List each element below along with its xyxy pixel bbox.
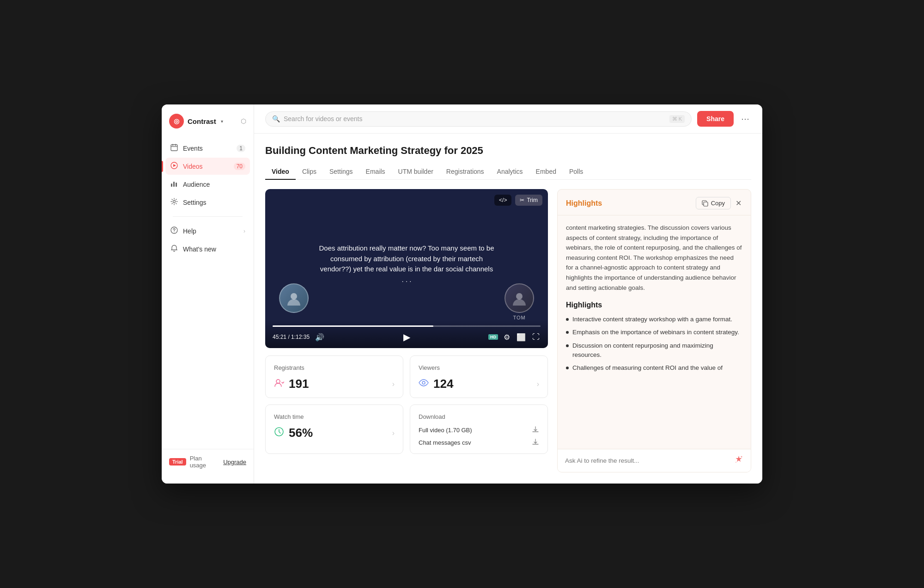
registrants-icon	[274, 378, 284, 390]
tab-embed[interactable]: Embed	[529, 164, 563, 180]
trim-button[interactable]: ✂ Trim	[515, 195, 542, 206]
theater-button[interactable]: ⬜	[516, 332, 527, 343]
speaker-avatar-right	[505, 283, 534, 313]
tab-bar: Video Clips Settings Emails UTM builder …	[265, 164, 751, 180]
highlights-summary: content marketing strategies. The discus…	[566, 223, 742, 293]
plan-usage-text: Plan usage	[190, 455, 218, 469]
svg-point-11	[174, 232, 174, 232]
play-button[interactable]: ▶	[402, 331, 411, 343]
code-embed-button[interactable]: </>	[494, 195, 511, 206]
svg-point-19	[736, 462, 736, 463]
bullet-dot	[566, 331, 569, 334]
tab-analytics[interactable]: Analytics	[491, 164, 529, 180]
svg-point-14	[276, 380, 280, 383]
svg-rect-7	[173, 182, 175, 187]
highlights-section-title: Highlights	[566, 301, 742, 309]
sidebar-logo[interactable]: ◎ Contrast ▾ ⬡	[162, 114, 254, 140]
tab-video[interactable]: Video	[265, 164, 296, 180]
tab-clips[interactable]: Clips	[296, 164, 323, 180]
sidebar: ◎ Contrast ▾ ⬡ Events 1	[162, 104, 254, 484]
speaker-avatar-left	[279, 283, 309, 313]
chevron-right-icon: ›	[243, 228, 245, 234]
watch-time-arrow[interactable]: ›	[392, 429, 395, 437]
watch-time-card: Watch time 56% ›	[265, 404, 403, 454]
hd-badge: HD	[488, 334, 498, 340]
main-content: 🔍 Search for videos or events ⌘ K Share …	[254, 104, 762, 484]
sidebar-item-events[interactable]: Events 1	[165, 140, 250, 157]
viewers-arrow[interactable]: ›	[537, 380, 539, 388]
highlights-header: Highlights Copy ✕	[558, 190, 751, 215]
external-link-icon[interactable]: ⬡	[241, 117, 246, 125]
scissors-icon: ✂	[520, 197, 524, 203]
more-options-button[interactable]: ⋯	[739, 112, 751, 126]
viewers-label: Viewers	[419, 364, 539, 371]
svg-rect-8	[176, 183, 177, 187]
watch-time-label: Watch time	[274, 413, 395, 420]
ai-sparkle-button[interactable]	[734, 455, 743, 466]
video-controls: 45:21 / 1:12:35 🔊 ▶ HD ⚙ ⬜	[265, 320, 548, 348]
download-full-video-label: Full video (1.70 GB)	[419, 427, 472, 434]
svg-point-9	[173, 201, 176, 203]
sidebar-events-badge: 1	[237, 145, 245, 152]
settings-button[interactable]: ⚙	[503, 332, 511, 343]
registrants-value-row: 191 ›	[274, 377, 395, 391]
code-icon: </>	[499, 197, 507, 203]
svg-point-15	[422, 381, 425, 384]
download-full-video-icon[interactable]	[532, 426, 539, 435]
tab-settings[interactable]: Settings	[323, 164, 359, 180]
list-item: Emphasis on the importance of webinars i…	[566, 328, 742, 337]
share-button[interactable]: Share	[697, 111, 734, 127]
volume-button[interactable]: 🔊	[314, 332, 325, 343]
bullet-dot	[566, 367, 569, 369]
download-chat-csv-label: Chat messages csv	[419, 439, 471, 446]
sidebar-item-help[interactable]: Help ›	[165, 222, 250, 239]
sidebar-item-whats-new[interactable]: What's new	[165, 240, 250, 257]
sidebar-item-videos[interactable]: Videos 70	[165, 158, 250, 175]
search-bar[interactable]: 🔍 Search for videos or events ⌘ K	[265, 111, 692, 127]
search-input[interactable]: Search for videos or events	[284, 115, 666, 122]
tab-utm-builder[interactable]: UTM builder	[392, 164, 440, 180]
download-section: Full video (1.70 GB) C	[419, 426, 539, 447]
sidebar-item-audience[interactable]: Audience	[165, 176, 250, 193]
help-circle-icon	[170, 227, 178, 235]
video-toolbar: </> ✂ Trim	[494, 195, 542, 206]
registrants-label: Registrants	[274, 364, 395, 371]
download-full-video: Full video (1.70 GB)	[419, 426, 539, 435]
viewers-value: 124	[433, 377, 532, 391]
svg-marker-5	[173, 164, 176, 167]
upgrade-link[interactable]: Upgrade	[223, 459, 246, 466]
copy-button[interactable]: Copy	[696, 197, 731, 209]
sidebar-item-settings[interactable]: Settings	[165, 194, 250, 211]
progress-fill	[273, 325, 433, 327]
copy-icon	[702, 200, 708, 207]
watch-time-value-row: 56% ›	[274, 426, 395, 440]
tab-polls[interactable]: Polls	[563, 164, 590, 180]
svg-point-13	[516, 293, 523, 300]
search-icon: 🔍	[272, 115, 280, 122]
k-key: K	[679, 116, 682, 122]
speaker-left	[279, 283, 309, 320]
highlights-title: Highlights	[566, 199, 696, 208]
time-display: 45:21 / 1:12:35	[273, 334, 310, 340]
watch-time-icon	[274, 427, 284, 439]
tab-registrations[interactable]: Registrations	[440, 164, 491, 180]
highlights-list: Interactive content strategy workshop wi…	[566, 315, 742, 373]
registrants-arrow[interactable]: ›	[392, 380, 395, 388]
ai-refine-input[interactable]	[565, 457, 729, 464]
video-player[interactable]: </> ✂ Trim Does attribution really matte…	[265, 189, 548, 348]
progress-bar[interactable]	[273, 325, 541, 327]
list-item: Discussion on content repurposing and ma…	[566, 341, 742, 360]
gear-icon	[170, 198, 178, 207]
trial-badge: Trial	[169, 458, 186, 466]
page-content: Building Content Marketing Strategy for …	[254, 134, 762, 484]
close-button[interactable]: ✕	[735, 198, 742, 208]
highlights-panel: Highlights Copy ✕ content marketing stra…	[557, 189, 751, 472]
registrants-value: 191	[289, 377, 388, 391]
list-item: Challenges of measuring content ROI and …	[566, 363, 742, 373]
tab-emails[interactable]: Emails	[359, 164, 392, 180]
sidebar-nav: Events 1 Videos 70	[162, 140, 254, 449]
controls-row: 45:21 / 1:12:35 🔊 ▶ HD ⚙ ⬜	[273, 331, 541, 343]
svg-point-12	[291, 293, 297, 300]
download-chat-csv-icon[interactable]	[532, 438, 539, 447]
fullscreen-button[interactable]: ⛶	[531, 332, 541, 342]
